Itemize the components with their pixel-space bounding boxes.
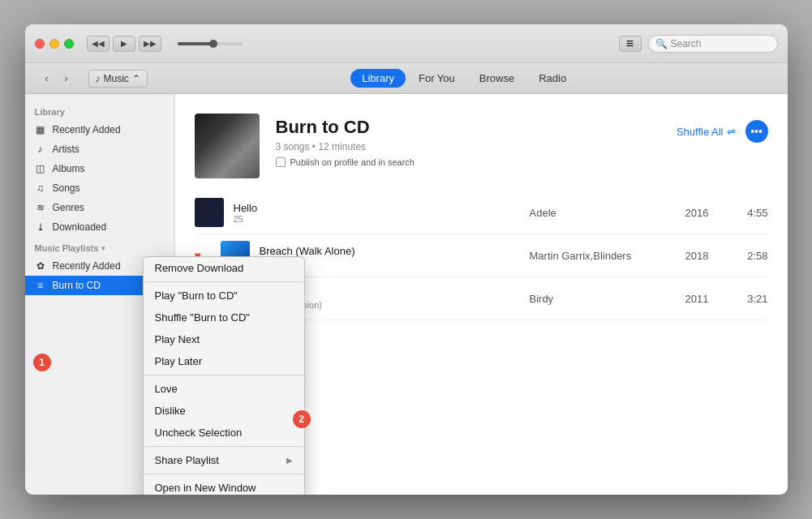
- song-artwork: [195, 198, 224, 227]
- ctx-divider-4: [144, 474, 304, 474]
- ctx-divider-2: [144, 375, 304, 375]
- ctx-shuffle[interactable]: Shuffle "Burn to CD": [144, 307, 304, 328]
- playlist-actions: Shuffle All ⇌ •••: [677, 114, 768, 143]
- context-menu: Remove Download Play "Burn to CD" Shuffl…: [143, 256, 305, 495]
- search-placeholder: Search: [671, 38, 702, 49]
- song-album: 25: [234, 214, 520, 224]
- burn-to-cd-icon: ≡: [35, 280, 46, 291]
- sidebar-item-songs[interactable]: ♫ Songs: [25, 178, 174, 198]
- music-note-icon: ♪: [96, 73, 101, 84]
- sidebar-item-recently-added[interactable]: ▦ Recently Added: [25, 120, 174, 139]
- nav-tabs: Library For You Browse Radio: [154, 69, 775, 88]
- play-icon: ▶: [121, 39, 127, 48]
- ctx-open-new-window[interactable]: Open in New Window: [144, 477, 304, 495]
- playlists-chevron-icon: ▾: [101, 244, 105, 252]
- song-duration: 4:55: [736, 207, 768, 219]
- play-button[interactable]: ▶: [113, 36, 135, 52]
- sidebar-item-albums[interactable]: ◫ Albums: [25, 159, 174, 178]
- skip-icon: ▶▶: [144, 39, 157, 48]
- minimize-button[interactable]: [49, 39, 59, 49]
- progress-fill: [178, 42, 213, 45]
- downloaded-icon: ⤓: [35, 221, 46, 233]
- share-playlist-arrow-icon: ▶: [286, 456, 293, 465]
- search-box[interactable]: 🔍 Search: [648, 35, 778, 53]
- sidebar-item-downloaded[interactable]: ⤓ Downloaded: [25, 217, 174, 237]
- badge-1: 1: [33, 354, 51, 371]
- tab-for-you[interactable]: For You: [407, 69, 466, 88]
- more-options-button[interactable]: •••: [745, 120, 768, 143]
- table-row[interactable]: Hello 25 Adele 2016 4:55: [195, 191, 768, 234]
- ctx-play-later[interactable]: Play Later: [144, 350, 304, 372]
- main-content: Library ▦ Recently Added ♪ Artists ◫ Alb…: [25, 94, 788, 495]
- search-icon: 🔍: [655, 38, 668, 49]
- recently-added-playlist-icon: ✿: [35, 260, 46, 272]
- albums-icon: ◫: [35, 163, 46, 174]
- list-icon: ≡: [626, 36, 634, 51]
- genres-icon: ≋: [35, 202, 46, 213]
- song-year: 2018: [685, 250, 726, 262]
- song-artist: Adele: [530, 207, 676, 219]
- forward-arrow[interactable]: ›: [58, 70, 75, 88]
- ctx-share-playlist[interactable]: Share Playlist ▶: [144, 449, 304, 471]
- list-view-button[interactable]: ≡: [619, 36, 642, 52]
- shuffle-icon: ⇌: [727, 126, 736, 138]
- ctx-remove-download[interactable]: Remove Download: [144, 257, 304, 279]
- song-title: Breach (Walk Alone): [260, 245, 520, 257]
- playlist-header: Burn to CD 3 songs • 12 minutes Publish …: [175, 94, 788, 191]
- shuffle-all-button[interactable]: Shuffle All ⇌: [677, 126, 736, 138]
- recently-added-icon: ▦: [35, 124, 46, 135]
- playlist-artwork-image: [195, 114, 260, 178]
- skip-button[interactable]: ▶▶: [139, 36, 161, 52]
- playlist-meta: 3 songs • 12 minutes: [276, 141, 660, 152]
- close-button[interactable]: [35, 39, 45, 49]
- tab-radio[interactable]: Radio: [527, 69, 578, 88]
- back-arrow[interactable]: ‹: [38, 70, 56, 88]
- library-section-title: Library: [25, 101, 174, 120]
- tab-browse[interactable]: Browse: [468, 69, 526, 88]
- song-info: Hello 25: [234, 202, 520, 224]
- playlist-artwork: [195, 114, 260, 178]
- playback-controls: ◀◀ ▶ ▶▶: [87, 36, 161, 52]
- songs-icon: ♫: [35, 182, 46, 194]
- ctx-divider-3: [144, 446, 304, 447]
- rewind-button[interactable]: ◀◀: [87, 36, 110, 52]
- playlists-section-header: Music Playlists ▾: [25, 237, 174, 256]
- ctx-play[interactable]: Play "Burn to CD": [144, 285, 304, 307]
- playlist-info: Burn to CD 3 songs • 12 minutes Publish …: [276, 114, 660, 167]
- ctx-divider-1: [144, 281, 304, 282]
- rewind-icon: ◀◀: [92, 39, 105, 48]
- song-duration: 2:58: [736, 250, 768, 262]
- song-title: Hello: [234, 202, 520, 214]
- song-year: 2016: [685, 207, 726, 219]
- location-chevron-icon: ⌃: [132, 73, 140, 84]
- progress-knob[interactable]: [209, 40, 217, 48]
- shuffle-label: Shuffle All: [677, 126, 724, 138]
- ellipsis-icon: •••: [750, 125, 763, 138]
- location-label: Music: [104, 73, 129, 84]
- sidebar-item-artists[interactable]: ♪ Artists: [25, 139, 174, 159]
- song-year: 2011: [685, 293, 726, 305]
- navbar: ‹ › ♪ Music ⌃ Library For You Browse Rad…: [25, 63, 788, 94]
- badge-2: 2: [293, 410, 311, 428]
- ctx-play-next[interactable]: Play Next: [144, 328, 304, 350]
- song-artist: Birdy: [530, 293, 676, 305]
- tab-library[interactable]: Library: [350, 69, 406, 88]
- playlists-section-title: Music Playlists: [35, 243, 99, 253]
- ctx-dislike[interactable]: Dislike: [144, 400, 304, 422]
- artists-icon: ♪: [35, 144, 46, 155]
- sidebar-item-genres[interactable]: ≋ Genres: [25, 198, 174, 217]
- publish-label: Publish on profile and in search: [290, 157, 415, 167]
- ctx-love[interactable]: Love: [144, 378, 304, 400]
- titlebar: ◀◀ ▶ ▶▶ ≡ 🔍 Search: [25, 24, 788, 63]
- publish-checkbox[interactable]: [276, 157, 286, 167]
- progress-bar[interactable]: [178, 42, 243, 45]
- song-artist: Martin Garrix,Blinders: [530, 250, 676, 262]
- main-window: ◀◀ ▶ ▶▶ ≡ 🔍 Search ‹ ›: [25, 24, 788, 495]
- ctx-uncheck-selection[interactable]: Uncheck Selection: [144, 422, 304, 444]
- nav-arrows: ‹ ›: [38, 70, 75, 88]
- traffic-lights: [35, 39, 74, 49]
- playlist-title: Burn to CD: [276, 117, 660, 138]
- nav-location[interactable]: ♪ Music ⌃: [88, 70, 148, 88]
- fullscreen-button[interactable]: [64, 39, 74, 49]
- playlist-publish: Publish on profile and in search: [276, 157, 660, 167]
